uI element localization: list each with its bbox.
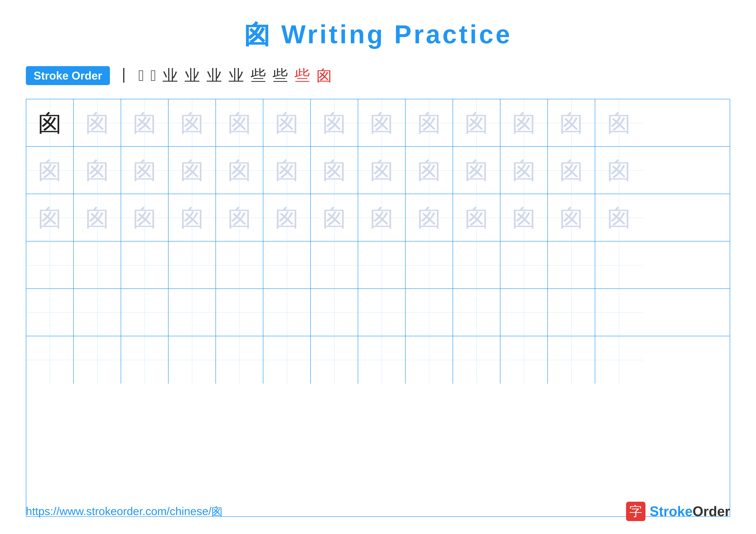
grid-cell-4-0[interactable] <box>26 289 74 336</box>
grid-cell-4-2[interactable] <box>121 289 169 336</box>
practice-char: 囪 <box>228 107 251 139</box>
grid-cell-0-4[interactable]: 囪 <box>216 99 263 147</box>
grid-cell-1-7[interactable]: 囪 <box>358 147 406 194</box>
grid-cell-2-12[interactable]: 囪 <box>595 194 643 242</box>
grid-cell-4-1[interactable] <box>74 289 121 336</box>
grid-cell-3-6[interactable] <box>311 242 358 289</box>
grid-cell-0-8[interactable]: 囪 <box>406 99 453 147</box>
grid-cell-3-10[interactable] <box>500 242 548 289</box>
practice-char: 囪 <box>180 202 204 234</box>
stroke-sequence: 丨𠃊𠃋业业业业些些些囪 <box>116 65 332 86</box>
grid-cell-2-4[interactable]: 囪 <box>216 194 263 242</box>
grid-cell-3-0[interactable] <box>26 242 74 289</box>
grid-cell-5-0[interactable] <box>26 336 74 384</box>
grid-cell-0-10[interactable]: 囪 <box>500 99 548 147</box>
grid-cell-0-12[interactable]: 囪 <box>595 99 643 147</box>
grid-cell-1-5[interactable]: 囪 <box>263 147 311 194</box>
grid-cell-4-10[interactable] <box>500 289 548 336</box>
grid-cell-1-9[interactable]: 囪 <box>453 147 500 194</box>
practice-char: 囪 <box>322 107 346 139</box>
practice-char: 囪 <box>417 202 441 234</box>
grid-cell-1-10[interactable]: 囪 <box>500 147 548 194</box>
grid-cell-0-5[interactable]: 囪 <box>263 99 311 147</box>
grid-cell-5-8[interactable] <box>406 336 453 384</box>
grid-cell-3-8[interactable] <box>406 242 453 289</box>
grid-cell-2-6[interactable]: 囪 <box>311 194 358 242</box>
grid-cell-3-7[interactable] <box>358 242 406 289</box>
grid-cell-0-3[interactable]: 囪 <box>169 99 216 147</box>
grid-cell-4-3[interactable] <box>169 289 216 336</box>
grid-row-0: 囪囪囪囪囪囪囪囪囪囪囪囪囪 <box>26 99 730 147</box>
grid-cell-4-5[interactable] <box>263 289 311 336</box>
grid-cell-3-12[interactable] <box>595 242 643 289</box>
practice-char: 囪 <box>417 154 441 187</box>
grid-cell-3-4[interactable] <box>216 242 263 289</box>
grid-cell-5-11[interactable] <box>548 336 595 384</box>
practice-char: 囪 <box>322 202 346 234</box>
grid-cell-2-11[interactable]: 囪 <box>548 194 595 242</box>
practice-char: 囪 <box>38 154 62 187</box>
grid-cell-3-1[interactable] <box>74 242 121 289</box>
grid-row-1: 囪囪囪囪囪囪囪囪囪囪囪囪囪 <box>26 147 730 194</box>
grid-cell-1-8[interactable]: 囪 <box>406 147 453 194</box>
practice-char: 囪 <box>607 107 631 139</box>
practice-char: 囪 <box>512 154 536 187</box>
practice-char: 囪 <box>85 202 109 234</box>
grid-cell-2-1[interactable]: 囪 <box>74 194 121 242</box>
grid-cell-0-9[interactable]: 囪 <box>453 99 500 147</box>
grid-cell-2-9[interactable]: 囪 <box>453 194 500 242</box>
stroke-order-section: Stroke Order 丨𠃊𠃋业业业业些些些囪 <box>26 65 730 86</box>
grid-cell-4-12[interactable] <box>595 289 643 336</box>
grid-cell-4-7[interactable] <box>358 289 406 336</box>
grid-cell-4-4[interactable] <box>216 289 263 336</box>
grid-cell-4-11[interactable] <box>548 289 595 336</box>
grid-cell-4-6[interactable] <box>311 289 358 336</box>
grid-cell-0-2[interactable]: 囪 <box>121 99 169 147</box>
grid-cell-0-7[interactable]: 囪 <box>358 99 406 147</box>
grid-row-2: 囪囪囪囪囪囪囪囪囪囪囪囪囪 <box>26 194 730 242</box>
grid-cell-2-3[interactable]: 囪 <box>169 194 216 242</box>
grid-cell-5-10[interactable] <box>500 336 548 384</box>
practice-char: 囪 <box>322 154 346 187</box>
grid-cell-5-6[interactable] <box>311 336 358 384</box>
grid-cell-2-2[interactable]: 囪 <box>121 194 169 242</box>
grid-cell-0-11[interactable]: 囪 <box>548 99 595 147</box>
grid-cell-4-9[interactable] <box>453 289 500 336</box>
grid-row-4 <box>26 289 730 336</box>
grid-cell-3-11[interactable] <box>548 242 595 289</box>
grid-cell-0-0[interactable]: 囪 <box>26 99 74 147</box>
grid-cell-5-5[interactable] <box>263 336 311 384</box>
grid-cell-3-3[interactable] <box>169 242 216 289</box>
grid-cell-1-1[interactable]: 囪 <box>74 147 121 194</box>
grid-cell-1-4[interactable]: 囪 <box>216 147 263 194</box>
grid-cell-2-8[interactable]: 囪 <box>406 194 453 242</box>
grid-cell-1-2[interactable]: 囪 <box>121 147 169 194</box>
grid-cell-3-2[interactable] <box>121 242 169 289</box>
grid-cell-2-7[interactable]: 囪 <box>358 194 406 242</box>
grid-cell-0-1[interactable]: 囪 <box>74 99 121 147</box>
grid-cell-2-0[interactable]: 囪 <box>26 194 74 242</box>
grid-cell-5-4[interactable] <box>216 336 263 384</box>
grid-cell-2-5[interactable]: 囪 <box>263 194 311 242</box>
grid-cell-2-10[interactable]: 囪 <box>500 194 548 242</box>
grid-cell-1-0[interactable]: 囪 <box>26 147 74 194</box>
grid-cell-5-2[interactable] <box>121 336 169 384</box>
practice-char: 囪 <box>559 107 583 139</box>
grid-cell-5-3[interactable] <box>169 336 216 384</box>
practice-char: 囪 <box>465 154 488 187</box>
grid-cell-1-12[interactable]: 囪 <box>595 147 643 194</box>
practice-char: 囪 <box>465 107 488 139</box>
grid-cell-1-3[interactable]: 囪 <box>169 147 216 194</box>
grid-cell-3-9[interactable] <box>453 242 500 289</box>
practice-char: 囪 <box>465 202 488 234</box>
grid-cell-5-1[interactable] <box>74 336 121 384</box>
grid-cell-1-6[interactable]: 囪 <box>311 147 358 194</box>
grid-cell-3-5[interactable] <box>263 242 311 289</box>
grid-cell-5-7[interactable] <box>358 336 406 384</box>
grid-cell-1-11[interactable]: 囪 <box>548 147 595 194</box>
practice-char: 囪 <box>180 154 204 187</box>
grid-cell-5-9[interactable] <box>453 336 500 384</box>
grid-cell-5-12[interactable] <box>595 336 643 384</box>
grid-cell-4-8[interactable] <box>406 289 453 336</box>
grid-cell-0-6[interactable]: 囪 <box>311 99 358 147</box>
